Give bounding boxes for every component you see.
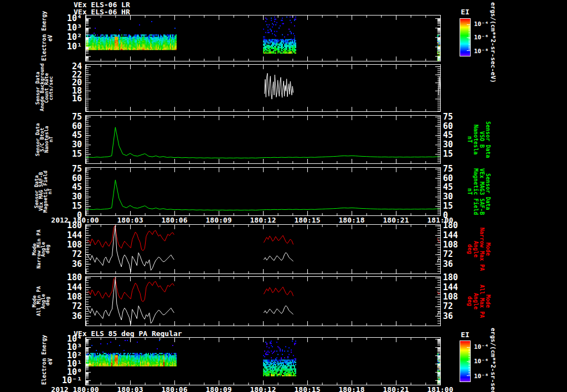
time-tick-bottom-180:12: 180:12 xyxy=(245,385,281,392)
time-tick-middle-180:12: 180:12 xyxy=(245,216,281,224)
all_pa-ytick-right-72: 72 xyxy=(443,301,474,311)
all_pa-ytick-left-144: 144 xyxy=(51,282,82,292)
narrow-pa-ylabel: Mode Narrow Min PA Angle deg xyxy=(32,225,50,274)
time-tick-middle-180:09: 180:09 xyxy=(201,216,236,224)
vex_mag_saf_b-ytick-right-45: 45 xyxy=(443,182,474,192)
time-tick-bottom-180:06: 180:06 xyxy=(157,385,192,392)
els06_spectrogram-ytick-10⁴: 10⁴ xyxy=(51,13,82,23)
colorbar-top-tick-2: 10⁻⁶ xyxy=(474,34,489,41)
narrow_pa-ytick-left-144: 144 xyxy=(51,230,82,240)
panel-all-pa-box xyxy=(85,276,441,326)
panel-els06-canvas xyxy=(86,16,440,61)
colorbar-bottom-tick-3: 10⁻⁸ xyxy=(474,373,489,380)
time-tick-middle-181:00: 181:00 xyxy=(422,216,458,224)
mag-ylabel: Sensor Data VEx MAG SAF-B Magnetic Field… xyxy=(34,168,52,215)
colorbar-bottom-title: EI xyxy=(454,331,476,339)
all_pa-ytick-left-180: 180 xyxy=(51,272,82,282)
time-tick-middle-180:15: 180:15 xyxy=(290,216,325,224)
all_pa-ytick-left-36: 36 xyxy=(51,311,82,321)
narrow_pa-ytick-left-108: 108 xyxy=(51,240,82,250)
all-pa-ylabel: Mode All Min PA Angle deg xyxy=(32,277,50,326)
colorbar-top xyxy=(460,18,471,56)
panel-mag-canvas xyxy=(86,168,440,215)
anode_background-ytick-left-24: 24 xyxy=(51,61,82,71)
els06_spectrogram-ytick-10²: 10² xyxy=(51,32,82,42)
panel-narrow-pa-canvas xyxy=(86,225,440,274)
panel-btot-canvas xyxy=(86,116,440,163)
colorbar-bottom-tick-2: 10⁻⁶ xyxy=(474,358,489,365)
sc_btot-ytick-left-45: 45 xyxy=(51,130,82,140)
els06_spectrogram-ytick-10³: 10³ xyxy=(51,23,82,33)
sc_btot-ytick-right-75: 75 xyxy=(443,112,474,122)
time-tick-bottom-180:18: 180:18 xyxy=(334,385,369,392)
panel-els85-box xyxy=(85,337,441,385)
time-tick-bottom-180:09: 180:09 xyxy=(201,385,236,392)
colorbar-bottom xyxy=(460,341,471,382)
sc_btot-ytick-left-75: 75 xyxy=(51,112,82,122)
vex_mag_saf_b-ytick-right-15: 15 xyxy=(443,201,474,211)
sc_btot-ytick-right-45: 45 xyxy=(443,130,474,140)
all_pa-ytick-right-108: 108 xyxy=(443,292,474,302)
colorbar-top-tick-3: 10⁻⁸ xyxy=(474,48,489,55)
time-tick-bottom-180:15: 180:15 xyxy=(290,385,325,392)
colorbar-bottom-unit: ergs/(cm**2-sr-sec-eV) xyxy=(489,328,497,392)
panel-narrow-pa-box xyxy=(85,224,441,274)
time-tick-middle-180:18: 180:18 xyxy=(334,216,369,224)
all_pa-ytick-right-180: 180 xyxy=(443,272,474,282)
time-tick-middle-180:03: 180:03 xyxy=(112,216,148,224)
panel-btot-box xyxy=(85,115,441,164)
sc_btot-ytick-right-60: 60 xyxy=(443,121,474,131)
time-tick-middle-180:21: 180:21 xyxy=(378,216,414,224)
time-tick-bottom-180:03: 180:03 xyxy=(112,385,148,392)
vex_mag_saf_b-ytick-right-75: 75 xyxy=(443,164,474,174)
vex_mag_saf_b-ytick-left-15: 15 xyxy=(51,201,82,211)
panel-els06-box xyxy=(85,15,441,61)
els85_spectrogram-ytick-10⁻¹: 10⁻¹ xyxy=(51,375,82,385)
panel-mag-box xyxy=(85,167,441,216)
time-tick-bottom-181:00: 181:00 xyxy=(422,385,458,392)
narrow_pa-ytick-left-72: 72 xyxy=(51,249,82,259)
colorbar-top-unit: ergs/(cm**2-sr-sec-eV) xyxy=(489,2,497,113)
vex_mag_saf_b-ytick-left-30: 30 xyxy=(51,192,82,202)
plot-screen: VEx ELS-06 LR VEx ELS-06 HR VEx ELS 85 d… xyxy=(0,0,567,392)
sc_btot-ytick-right-15: 15 xyxy=(443,149,474,159)
vex_mag_saf_b-ytick-left-75: 75 xyxy=(51,164,82,174)
sc_btot-ytick-left-60: 60 xyxy=(51,121,82,131)
panel-all-pa-canvas xyxy=(86,277,440,326)
narrow_pa-ytick-right-36: 36 xyxy=(443,259,474,269)
time-tick-middle-180:06: 180:06 xyxy=(157,216,192,224)
time-tick-middle-180:00: 180:00 xyxy=(68,216,104,224)
panel-els85-canvas xyxy=(86,338,440,385)
vex_mag_saf_b-ytick-left-60: 60 xyxy=(51,173,82,183)
vex_mag_saf_b-ytick-left-45: 45 xyxy=(51,182,82,192)
all_pa-ytick-left-108: 108 xyxy=(51,292,82,302)
narrow_pa-ytick-right-108: 108 xyxy=(443,240,474,250)
colorbar-bottom-tick-1: 10⁻⁴ xyxy=(474,343,489,350)
vex_mag_saf_b-ytick-right-60: 60 xyxy=(443,173,474,183)
colorbar-top-tick-1: 10⁻⁴ xyxy=(474,20,489,28)
narrow_pa-ytick-right-144: 144 xyxy=(443,230,474,240)
narrow_pa-ytick-left-36: 36 xyxy=(51,259,82,269)
all_pa-ytick-right-36: 36 xyxy=(443,311,474,321)
narrow_pa-ytick-right-72: 72 xyxy=(443,249,474,259)
panel-els85-title: VEx ELS 85 deg PA Regular xyxy=(74,329,182,338)
sc_btot-ytick-left-15: 15 xyxy=(51,149,82,159)
els06_spectrogram-ytick-10¹: 10¹ xyxy=(51,42,82,51)
panel-anode-canvas xyxy=(86,65,440,111)
panel-anode-box xyxy=(85,64,441,112)
colorbar-top-title: EI xyxy=(454,8,476,16)
sc_btot-ytick-right-30: 30 xyxy=(443,140,474,149)
time-tick-bottom-180:21: 180:21 xyxy=(378,385,414,392)
time-tick-bottom-180:00: 180:00 xyxy=(68,385,104,392)
all_pa-ytick-right-144: 144 xyxy=(443,282,474,292)
vex_mag_saf_b-ytick-right-30: 30 xyxy=(443,192,474,202)
sc_btot-ytick-left-30: 30 xyxy=(51,140,82,149)
all_pa-ytick-left-72: 72 xyxy=(51,301,82,311)
